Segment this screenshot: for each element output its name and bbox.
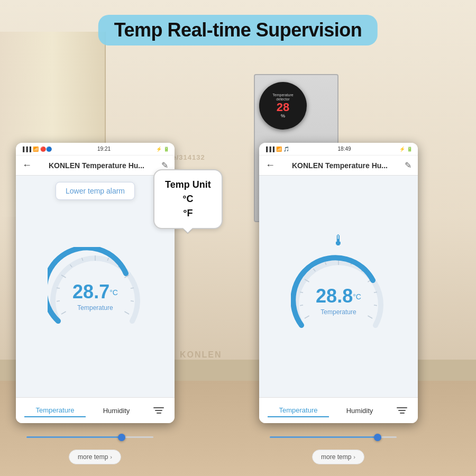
tab-humidity-left[interactable]: Humidity — [86, 405, 147, 417]
battery-icon: 🔋 — [163, 147, 169, 152]
battery-right: ⚡ 🔋 — [399, 147, 413, 152]
filter-button-left[interactable] — [151, 403, 166, 418]
app-header-right: ← KONLEN Temperature Hu... ✎ — [259, 155, 418, 176]
page-title: Temp Real-time Supervision — [114, 19, 362, 41]
more-temp-label-right: more temp — [321, 453, 351, 461]
app-header-left: ← KONLEN Temperature Hu... ✎ — [16, 155, 175, 176]
svg-line-24 — [374, 305, 377, 306]
filter-line-1 — [153, 407, 164, 408]
gauge-label-left: Temperature — [72, 304, 118, 311]
gauge-area-right: 🌡 — [259, 176, 418, 397]
slider-right-container — [270, 436, 397, 438]
more-temp-label-left: more temp — [78, 453, 108, 461]
title-banner: Temp Real-time Supervision — [98, 15, 378, 45]
status-icons-left: ▐▐▐ 📶 🔴🔵 — [21, 147, 52, 152]
battery-left: ⚡ 🔋 — [156, 147, 169, 152]
wall-device: Temperaturedetector 28 % — [259, 82, 307, 130]
svg-line-15 — [300, 292, 303, 292]
phone-left-screen: ▐▐▐ 📶 🔴🔵 19:21 ⚡ 🔋 ← KONLEN Temperature … — [16, 143, 175, 423]
speech-bubble: Temp Unit °C °F — [153, 169, 223, 229]
status-bar-right: ▐▐▐ 📶 🎵 18:49 ⚡ 🔋 — [259, 143, 418, 155]
time-right: 18:49 — [338, 146, 351, 152]
status-icons-right: ▐▐▐ 📶 🎵 — [264, 147, 289, 152]
tab-humidity-right[interactable]: Humidity — [329, 405, 390, 417]
battery-icon-r: 🔋 — [407, 147, 413, 152]
chevron-icon-right: › — [353, 454, 355, 460]
app-icon-r: 🎵 — [283, 147, 289, 152]
gauge-left: 28.7°C Temperature — [48, 247, 143, 342]
tab-bar-left: Temperature Humidity — [16, 397, 175, 423]
svg-line-2 — [57, 288, 60, 288]
svg-line-23 — [374, 292, 377, 292]
slider-thumb-left[interactable] — [118, 434, 125, 441]
app-title-left: KONLEN Temperature Hu... — [49, 161, 144, 170]
gauge-unit-right: °C — [353, 292, 361, 301]
gauge-unit-left: °C — [109, 288, 118, 296]
svg-line-0 — [61, 312, 66, 314]
tab-temperature-right[interactable]: Temperature — [268, 404, 329, 417]
slider-left-container — [26, 436, 153, 438]
signal-icon-r: ▐▐▐ — [264, 147, 274, 152]
filter-line-3 — [157, 413, 161, 414]
bluetooth-icon: ⚡ — [156, 147, 162, 152]
filter-line-r2 — [398, 410, 406, 411]
chevron-icon-left: › — [110, 454, 112, 460]
gauge-value-right: 28.8°C — [316, 285, 361, 307]
phone-right: ▐▐▐ 📶 🎵 18:49 ⚡ 🔋 ← KONLEN Temperature H… — [259, 143, 418, 423]
gauge-right: 28.8°C Temperature — [291, 251, 386, 346]
slider-track-right — [270, 436, 397, 438]
slider-fill-left — [26, 436, 122, 438]
svg-line-11 — [131, 300, 134, 301]
edit-button-right[interactable]: ✎ — [405, 160, 411, 170]
back-button-right[interactable]: ← — [266, 160, 275, 171]
device-temp: 28 — [277, 102, 289, 113]
svg-line-13 — [305, 316, 309, 318]
app-title-right: KONLEN Temperature Hu... — [292, 161, 388, 170]
svg-line-1 — [57, 300, 60, 301]
gauge-label-right: Temperature — [316, 308, 361, 316]
svg-line-14 — [300, 305, 303, 306]
svg-line-10 — [131, 288, 134, 288]
time-left: 19:21 — [97, 146, 111, 152]
signal-icon: ▐▐▐ — [21, 147, 31, 152]
slider-track-left — [26, 436, 153, 438]
bubble-line3: °F — [165, 206, 211, 221]
bubble-line1: Temp Unit — [165, 178, 211, 192]
gauge-center-left: 28.7°C Temperature — [72, 280, 118, 311]
more-btn-right-container: more temp › — [312, 450, 364, 464]
bluetooth-icon-r: ⚡ — [399, 147, 405, 152]
notif-icons: 🔴🔵 — [40, 147, 52, 152]
more-temp-button-left[interactable]: more temp › — [69, 450, 121, 464]
wifi-icon: 📶 — [33, 147, 39, 152]
bubble-line2: °C — [165, 192, 211, 206]
filter-line-r3 — [400, 413, 405, 414]
svg-line-25 — [368, 316, 372, 318]
filter-button-right[interactable] — [395, 403, 409, 418]
tab-temperature-left[interactable]: Temperature — [24, 404, 86, 417]
watermark-brand: KONLEN — [180, 350, 222, 360]
gauge-value-left: 28.7°C — [72, 280, 118, 303]
more-btn-left-container: more temp › — [69, 450, 121, 464]
back-button-left[interactable]: ← — [22, 160, 32, 171]
svg-line-12 — [124, 312, 129, 314]
more-temp-button-right[interactable]: more temp › — [312, 450, 364, 464]
slider-fill-right — [270, 436, 378, 438]
tab-bar-right: Temperature Humidity — [259, 397, 418, 423]
status-bar-left: ▐▐▐ 📶 🔴🔵 19:21 ⚡ 🔋 — [16, 143, 175, 155]
gauge-area-left: Lower temp alarm — [16, 176, 175, 397]
wifi-icon-r: 📶 — [276, 147, 282, 152]
gauge-center-right: 28.8°C Temperature — [316, 285, 361, 316]
filter-line-2 — [155, 410, 162, 411]
alarm-popup: Lower temp alarm — [56, 182, 135, 200]
phone-left: ▐▐▐ 📶 🔴🔵 19:21 ⚡ 🔋 ← KONLEN Temperature … — [16, 143, 175, 423]
filter-line-r1 — [397, 407, 407, 408]
slider-thumb-right[interactable] — [374, 434, 381, 441]
thermo-icon: 🌡 — [331, 232, 346, 249]
phone-right-screen: ▐▐▐ 📶 🎵 18:49 ⚡ 🔋 ← KONLEN Temperature H… — [259, 143, 418, 423]
